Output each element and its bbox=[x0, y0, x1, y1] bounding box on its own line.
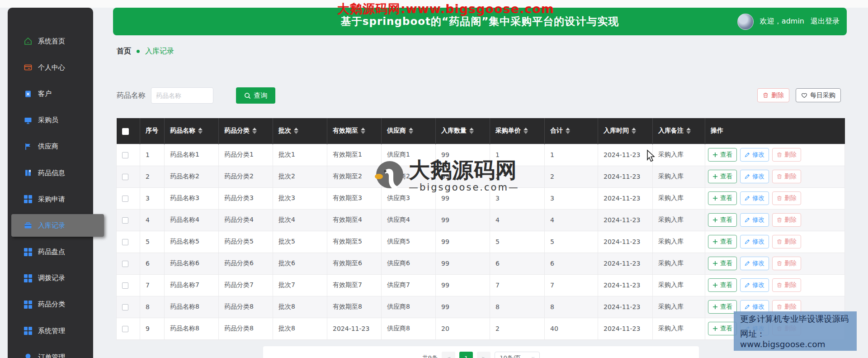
table-cell: 1 bbox=[545, 144, 598, 166]
sidebar-item-0[interactable]: 系统首页 bbox=[8, 28, 93, 54]
sort-icon[interactable] bbox=[566, 128, 570, 134]
sidebar-item-3[interactable]: 采购员 bbox=[8, 107, 93, 134]
row-actions: 查看修改删除 bbox=[705, 253, 845, 274]
sidebar-item-12[interactable]: 订单管理 bbox=[8, 344, 93, 358]
checkbox[interactable] bbox=[122, 128, 129, 135]
sort-icon[interactable] bbox=[686, 128, 691, 134]
table-cell: 2 bbox=[490, 318, 545, 339]
column-header[interactable]: 入库数量 bbox=[436, 118, 490, 144]
view-button[interactable]: 查看 bbox=[708, 322, 737, 335]
page-size-select[interactable]: 10条/页 ∨ bbox=[495, 352, 540, 358]
table-cell: 2024-11-23 bbox=[598, 253, 653, 274]
sidebar-item-label: 调拨记录 bbox=[38, 274, 65, 282]
row-checkbox[interactable] bbox=[122, 326, 128, 332]
prev-page-button[interactable]: < bbox=[442, 352, 455, 358]
row-checkbox[interactable] bbox=[122, 239, 128, 245]
plus-icon bbox=[712, 152, 718, 158]
table-cell: 2 bbox=[545, 166, 598, 187]
bulk-delete-button[interactable]: 删除 bbox=[757, 88, 789, 102]
view-button[interactable]: 查看 bbox=[708, 148, 737, 162]
edit-button[interactable]: 修改 bbox=[740, 213, 769, 227]
row-actions: 查看修改删除 bbox=[705, 209, 845, 231]
sidebar-item-11[interactable]: 系统管理 bbox=[8, 318, 93, 344]
select-all-checkbox[interactable] bbox=[117, 118, 140, 144]
column-header[interactable]: 有效期至 bbox=[327, 118, 382, 144]
next-page-button[interactable]: > bbox=[477, 352, 491, 358]
sort-icon[interactable] bbox=[469, 128, 474, 134]
column-header[interactable]: 供应商 bbox=[382, 118, 436, 144]
sort-icon[interactable] bbox=[252, 128, 257, 134]
table-cell: 5 bbox=[545, 231, 598, 253]
sidebar-item-6[interactable]: 采购申请 bbox=[8, 186, 93, 212]
view-button[interactable]: 查看 bbox=[708, 170, 737, 183]
sidebar-item-8[interactable]: 药品盘点 bbox=[8, 239, 93, 265]
sidebar-item-4[interactable]: 供应商 bbox=[8, 134, 93, 160]
trash-icon bbox=[777, 304, 782, 310]
edit-button[interactable]: 修改 bbox=[740, 191, 769, 205]
column-header[interactable]: 药品名称 bbox=[165, 118, 219, 144]
sort-icon[interactable] bbox=[409, 128, 413, 134]
edit-button[interactable]: 修改 bbox=[740, 148, 769, 162]
sidebar-item-label: 采购申请 bbox=[38, 195, 65, 204]
table-cell: 药品名称6 bbox=[165, 253, 219, 274]
delete-button[interactable]: 删除 bbox=[772, 235, 801, 248]
view-button[interactable]: 查看 bbox=[708, 257, 737, 270]
query-button[interactable]: 查询 bbox=[236, 87, 275, 104]
briefcase-icon bbox=[24, 221, 32, 229]
column-header[interactable]: 合计 bbox=[545, 118, 598, 144]
delete-button[interactable]: 删除 bbox=[772, 191, 801, 205]
edit-button[interactable]: 修改 bbox=[740, 257, 769, 270]
row-checkbox[interactable] bbox=[122, 152, 128, 158]
search-input[interactable] bbox=[151, 87, 213, 104]
edit-button[interactable]: 修改 bbox=[740, 278, 769, 292]
sort-icon[interactable] bbox=[198, 128, 203, 134]
delete-button[interactable]: 删除 bbox=[772, 257, 801, 270]
sort-icon[interactable] bbox=[294, 128, 298, 134]
table-cell: 99 bbox=[436, 209, 490, 231]
row-checkbox[interactable] bbox=[122, 304, 128, 310]
column-header[interactable]: 批次 bbox=[273, 118, 327, 144]
sidebar-item-7[interactable]: 入库记录 bbox=[8, 212, 93, 239]
view-button[interactable]: 查看 bbox=[708, 300, 737, 314]
table-row: 5药品名称5药品分类5批次5有效期至5供应商599552024-11-23采购入… bbox=[117, 231, 845, 253]
column-header[interactable]: 入库时间 bbox=[598, 118, 653, 144]
current-page-button[interactable]: 1 bbox=[459, 352, 473, 358]
column-header[interactable]: 采购单价 bbox=[490, 118, 545, 144]
view-button[interactable]: 查看 bbox=[708, 191, 737, 205]
table-cell: 2024-11-23 bbox=[598, 187, 653, 209]
breadcrumb-home[interactable]: 首页 bbox=[117, 47, 131, 56]
sort-icon[interactable] bbox=[361, 128, 365, 134]
view-button[interactable]: 查看 bbox=[708, 235, 737, 248]
delete-button[interactable]: 删除 bbox=[772, 148, 801, 162]
sidebar-item-10[interactable]: 药品分类 bbox=[8, 291, 93, 318]
delete-button[interactable]: 删除 bbox=[772, 213, 801, 227]
delete-button[interactable]: 删除 bbox=[772, 278, 801, 292]
sort-icon[interactable] bbox=[524, 128, 528, 134]
sidebar-item-9[interactable]: 调拨记录 bbox=[8, 265, 93, 291]
sort-icon[interactable] bbox=[632, 128, 636, 134]
edit-button[interactable]: 修改 bbox=[740, 170, 769, 183]
breadcrumb-dot-icon bbox=[137, 50, 140, 53]
view-button[interactable]: 查看 bbox=[708, 278, 737, 292]
logout-link[interactable]: 退出登录 bbox=[811, 17, 840, 26]
row-checkbox[interactable] bbox=[122, 217, 128, 224]
daily-purchase-button[interactable]: 每日采购 bbox=[796, 88, 841, 102]
row-checkbox[interactable] bbox=[122, 174, 128, 180]
table-cell: 药品分类6 bbox=[219, 253, 273, 274]
avatar[interactable] bbox=[737, 14, 754, 30]
plus-icon bbox=[712, 217, 718, 223]
row-checkbox[interactable] bbox=[122, 282, 128, 289]
column-header[interactable]: 入库备注 bbox=[653, 118, 705, 144]
sidebar-item-2[interactable]: 客户 bbox=[8, 81, 93, 107]
toolbar: 药品名称 查询 删除 每日采购 bbox=[117, 87, 844, 104]
row-checkbox[interactable] bbox=[122, 196, 128, 202]
pencil-icon bbox=[745, 239, 750, 244]
delete-button[interactable]: 删除 bbox=[772, 170, 801, 183]
sidebar-item-1[interactable]: 个人中心 bbox=[8, 54, 93, 81]
view-button[interactable]: 查看 bbox=[708, 213, 737, 227]
column-header[interactable]: 药品分类 bbox=[219, 118, 273, 144]
sidebar-item-5[interactable]: 药品信息 bbox=[8, 160, 93, 186]
edit-button[interactable]: 修改 bbox=[740, 235, 769, 248]
row-checkbox[interactable] bbox=[122, 261, 128, 267]
table-cell: 药品分类8 bbox=[219, 296, 273, 318]
